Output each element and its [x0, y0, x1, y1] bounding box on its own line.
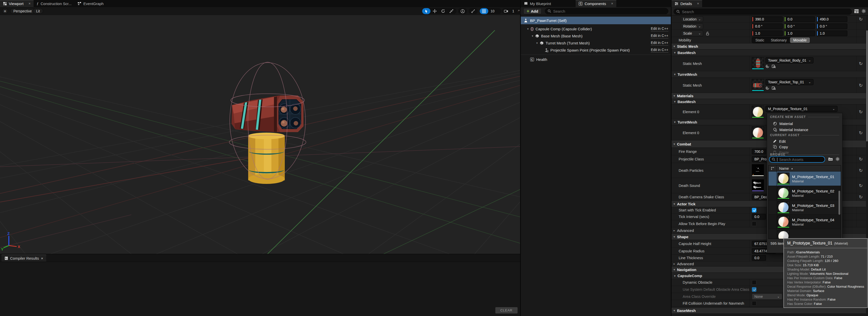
location-y-field[interactable]: 0.0: [784, 17, 815, 22]
static-mesh-thumbnail[interactable]: [752, 57, 764, 69]
perspective-button[interactable]: Perspective: [10, 8, 35, 14]
subcategory-basemesh-materials[interactable]: ▾BaseMesh: [672, 99, 866, 105]
lock-open-icon[interactable]: [706, 32, 709, 35]
column-settings-icon[interactable]: [769, 166, 777, 171]
location-z-field[interactable]: 490.0: [816, 17, 847, 22]
viewport-options-menu[interactable]: ≡: [2, 8, 8, 14]
reset-to-default-icon[interactable]: ↺: [859, 157, 863, 162]
tab-eventgraph[interactable]: EventGraph: [74, 0, 106, 7]
line-thickness-input[interactable]: 0.0: [752, 255, 766, 261]
tree-item-base-mesh[interactable]: ▾ Base Mesh (Base Mesh) Edit in C++: [521, 33, 671, 39]
reset-to-default-icon[interactable]: ↺: [859, 110, 863, 114]
location-x-field[interactable]: 390.0: [752, 17, 783, 22]
scale-x-field[interactable]: 1.0: [752, 31, 783, 36]
menu-item-copy[interactable]: Copy: [767, 144, 842, 149]
mobility-stationary-option[interactable]: Stationary: [768, 37, 790, 43]
scale-tool-button[interactable]: [447, 8, 456, 14]
clear-button[interactable]: CLEAR: [495, 307, 518, 314]
rotation-z-field[interactable]: 0.0 °: [816, 24, 847, 29]
scale-dropdown[interactable]: Scale⌄: [681, 30, 703, 36]
tab-viewport[interactable]: Viewport ×: [0, 0, 34, 7]
edit-in-cpp-link[interactable]: Edit in C++: [651, 34, 668, 38]
use-selected-asset-icon[interactable]: [766, 86, 769, 90]
select-tool-button[interactable]: [422, 8, 431, 14]
camera-speed-group[interactable]: 1: [502, 8, 518, 14]
start-with-tick-checkbox[interactable]: [752, 208, 756, 212]
reset-to-default-icon[interactable]: ↺: [859, 195, 863, 199]
components-search-input[interactable]: Search: [545, 8, 668, 14]
scale-y-field[interactable]: 1.0: [784, 31, 815, 36]
sound-thumbnail[interactable]: [752, 179, 764, 192]
viewport-3d-scene[interactable]: Z X Y: [0, 15, 520, 254]
surface-snapping-button[interactable]: [469, 8, 478, 14]
turret-mesh-combo[interactable]: Tower_Rocket_Top_01⌄: [766, 79, 813, 85]
subcategory-basemesh[interactable]: ▾BaseMesh: [672, 50, 866, 56]
tick-interval-input[interactable]: 0.0: [752, 214, 766, 220]
menu-item-material[interactable]: Material: [767, 121, 842, 126]
reset-to-default-icon[interactable]: ↺: [859, 83, 863, 88]
category-materials[interactable]: ▾Materials: [672, 93, 866, 99]
dynamic-obstacle-checkbox[interactable]: [752, 280, 756, 285]
asset-row[interactable]: M_Prototype_Texture_04Material: [769, 215, 841, 229]
expander-icon[interactable]: ▾: [535, 41, 539, 45]
reset-to-default-icon[interactable]: ↺: [859, 168, 863, 173]
material-thumbnail[interactable]: [752, 106, 764, 118]
display-filter-icon[interactable]: [854, 9, 859, 13]
menu-item-material-instance[interactable]: Material Instance: [767, 127, 842, 132]
reset-to-default-icon[interactable]: ↺: [859, 61, 863, 66]
tab-components[interactable]: C Components ×: [576, 0, 616, 7]
view-settings-gear-icon[interactable]: [835, 157, 840, 161]
name-column-header[interactable]: Name: [779, 167, 789, 171]
close-icon[interactable]: ×: [697, 1, 699, 5]
expander-icon[interactable]: ▾: [526, 27, 530, 31]
tree-item-health[interactable]: C Health: [521, 56, 671, 63]
reset-to-default-icon[interactable]: ↺: [859, 183, 863, 188]
coordinate-space-toggle[interactable]: [458, 8, 467, 14]
details-search-input[interactable]: Search: [674, 8, 852, 15]
tab-compiler-results[interactable]: Compiler Results ×: [1, 255, 46, 262]
particles-thumbnail[interactable]: NIAGA: [752, 164, 764, 176]
base-mesh-combo[interactable]: Tower_Rocket_Body_01⌄: [766, 57, 813, 63]
use-selected-asset-icon[interactable]: [766, 64, 769, 68]
rotation-dropdown[interactable]: Rotation⌄: [681, 23, 703, 29]
close-icon[interactable]: ×: [29, 1, 31, 5]
rotation-x-field[interactable]: 0.0 °: [752, 24, 783, 29]
asset-search-input[interactable]: Search Assets: [769, 156, 825, 163]
fill-collision-checkbox[interactable]: [752, 301, 756, 306]
base-material-combo[interactable]: M_Prototype_Texture_01⌄: [766, 106, 837, 112]
reset-to-default-icon[interactable]: ↺: [859, 17, 863, 22]
settings-gear-icon[interactable]: [862, 9, 866, 13]
tree-item-capsule-comp[interactable]: ▾ Capsule Comp (Capsule Collider) Edit i…: [521, 26, 671, 32]
static-mesh-thumbnail[interactable]: [752, 79, 764, 91]
close-icon[interactable]: ×: [41, 256, 43, 260]
menu-item-edit[interactable]: Edit: [767, 138, 842, 144]
move-tool-button[interactable]: [431, 8, 439, 14]
mobility-static-option[interactable]: Static: [752, 37, 768, 43]
tree-item-self[interactable]: BP_PawnTurret (Self): [521, 17, 671, 24]
edit-in-cpp-link[interactable]: Edit in C++: [651, 27, 668, 31]
area-class-override-combo[interactable]: None⌄: [752, 293, 782, 299]
expander-icon[interactable]: ▾: [531, 34, 534, 38]
browse-to-asset-icon[interactable]: [772, 86, 776, 90]
lit-mode-button[interactable]: Lit: [33, 8, 43, 14]
folder-filter-icon[interactable]: [828, 157, 833, 161]
reset-to-default-icon[interactable]: ↺: [859, 131, 863, 135]
asset-row-selected[interactable]: M_Prototype_Texture_01Material: [769, 172, 841, 186]
fire-range-input[interactable]: 700.0: [752, 149, 766, 154]
subcategory-turretmesh[interactable]: ▾TurretMesh: [672, 71, 866, 78]
rotate-tool-button[interactable]: [439, 8, 447, 14]
edit-in-cpp-link[interactable]: Edit in C++: [651, 48, 668, 53]
tab-my-blueprint[interactable]: My Blueprint: [521, 0, 554, 7]
tree-item-turret-mesh[interactable]: ▾ Turret Mesh (Turret Mesh) Edit in C++: [521, 40, 671, 47]
grid-snap-toggle[interactable]: [480, 8, 488, 14]
asset-row[interactable]: M_Prototype_Texture_02Material: [769, 186, 841, 200]
material-thumbnail[interactable]: [752, 126, 764, 139]
tab-construction-script[interactable]: ƒ Construction Scr...: [34, 0, 74, 7]
rotation-y-field[interactable]: 0.0 °: [784, 24, 815, 29]
use-system-default-checkbox[interactable]: [752, 287, 756, 292]
asset-row-partial[interactable]: [769, 229, 841, 239]
grid-snap-value[interactable]: 10: [488, 9, 497, 13]
close-icon[interactable]: ×: [611, 1, 613, 5]
tab-details[interactable]: Details ×: [672, 0, 702, 7]
allow-tick-checkbox[interactable]: [752, 222, 756, 226]
